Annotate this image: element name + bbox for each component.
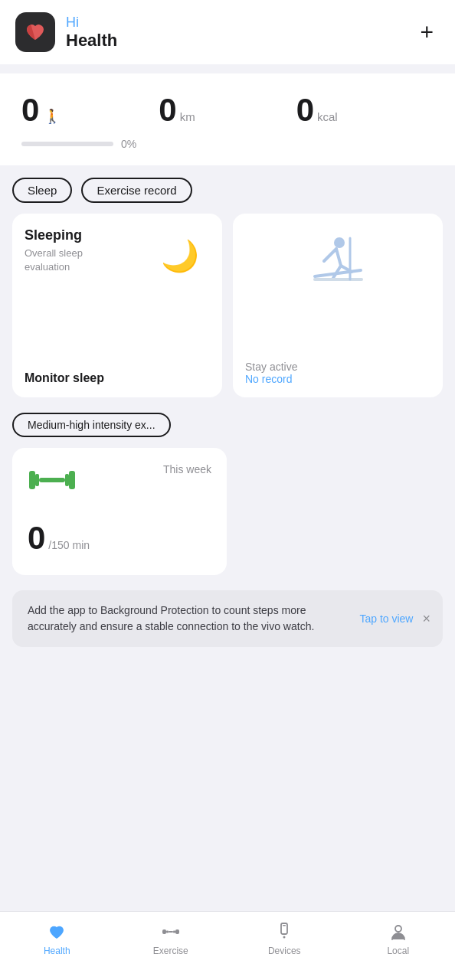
svg-rect-20	[283, 925, 286, 926]
exercise-nav-label: Exercise	[153, 946, 188, 956]
nav-item-devices[interactable]: Devices	[228, 920, 342, 956]
cards-row: Sleeping 🌙 Overall sleep evaluation Moni…	[12, 214, 443, 397]
walk-icon: 🚶	[44, 108, 61, 125]
intensity-card-top: This week	[28, 463, 211, 497]
svg-rect-6	[313, 278, 363, 281]
svg-rect-10	[39, 478, 65, 482]
notification-banner: Add the app to Background Protection to …	[12, 590, 443, 647]
exercise-card[interactable]: Stay active No record	[233, 214, 443, 397]
notification-text: Add the app to Background Protection to …	[28, 603, 350, 635]
steps-stat: 0 🚶	[21, 92, 159, 129]
calories-value: 0	[296, 92, 314, 129]
calories-unit: kcal	[317, 110, 338, 123]
intensity-card[interactable]: This week 0 /150 min	[12, 448, 227, 575]
nav-item-exercise[interactable]: Exercise	[114, 920, 228, 956]
header: Hi Health +	[0, 0, 455, 64]
cards-section: Sleep Exercise record Sleeping 🌙 Overall…	[0, 178, 455, 397]
svg-rect-16	[173, 931, 175, 933]
svg-rect-12	[69, 471, 75, 489]
devices-nav-icon	[273, 921, 295, 942]
progress-label: 0%	[121, 138, 136, 150]
exercise-nav-icon	[160, 921, 182, 942]
steps-value: 0	[21, 92, 39, 129]
svg-rect-9	[35, 474, 39, 486]
notification-actions: Tap to view ×	[359, 611, 430, 627]
svg-rect-17	[175, 929, 179, 934]
devices-nav-label: Devices	[268, 946, 301, 956]
svg-line-1	[324, 249, 336, 261]
intensity-header: Medium-high intensity ex...	[12, 413, 443, 437]
distance-value: 0	[159, 92, 176, 129]
distance-stat: 0 km	[159, 92, 296, 129]
header-left: Hi Health	[15, 12, 117, 52]
app-logo	[15, 12, 55, 52]
svg-rect-14	[166, 931, 169, 933]
svg-rect-8	[29, 471, 35, 489]
monitor-sleep-label: Monitor sleep	[25, 371, 210, 385]
intensity-section: Medium-high intensity ex... This week 0 …	[0, 413, 455, 575]
intensity-stat-row: 0 /150 min	[28, 520, 211, 557]
progress-row: 0%	[21, 138, 434, 150]
sleep-button[interactable]: Sleep	[12, 178, 72, 203]
sleep-card[interactable]: Sleeping 🌙 Overall sleep evaluation Moni…	[12, 214, 222, 397]
calories-stat: 0 kcal	[296, 92, 434, 129]
svg-rect-13	[162, 929, 166, 934]
nav-item-health[interactable]: Health	[0, 920, 114, 956]
stay-active-label: Stay active No record	[245, 353, 430, 385]
cards-header: Sleep Exercise record	[12, 178, 443, 203]
moon-icon: 🌙	[161, 238, 199, 274]
header-greeting: Hi	[66, 15, 117, 31]
svg-point-19	[283, 936, 286, 939]
progress-track	[21, 142, 113, 146]
intensity-button[interactable]: Medium-high intensity ex...	[12, 413, 171, 437]
stats-row: 0 🚶 0 km 0 kcal	[21, 92, 434, 129]
svg-rect-11	[65, 474, 69, 486]
treadmill-icon	[307, 232, 368, 286]
health-nav-label: Health	[44, 946, 70, 956]
close-notification-button[interactable]: ×	[422, 611, 430, 627]
tap-to-view-button[interactable]: Tap to view	[359, 612, 413, 625]
this-week-label: This week	[163, 463, 211, 475]
intensity-value: 0	[28, 520, 45, 557]
exercise-record-button[interactable]: Exercise record	[81, 178, 191, 203]
distance-unit: km	[180, 110, 195, 123]
local-nav-icon	[388, 921, 409, 942]
svg-rect-15	[169, 931, 173, 933]
bottom-nav: Health Exercise Devices	[0, 911, 455, 980]
svg-line-2	[336, 249, 341, 266]
intensity-unit: /150 min	[48, 539, 90, 551]
svg-point-5	[334, 237, 345, 248]
health-nav-icon	[46, 921, 67, 942]
barbell-icon	[28, 463, 77, 497]
steps-section: 0 🚶 0 km 0 kcal 0%	[0, 74, 455, 165]
local-nav-label: Local	[387, 946, 409, 956]
nav-item-local[interactable]: Local	[342, 920, 456, 956]
exercise-icon-area	[245, 227, 430, 290]
header-title: Health	[66, 31, 117, 51]
header-title-group: Hi Health	[66, 15, 117, 51]
add-button[interactable]: +	[414, 16, 440, 48]
svg-point-21	[395, 926, 401, 932]
no-record-label: No record	[245, 373, 430, 385]
